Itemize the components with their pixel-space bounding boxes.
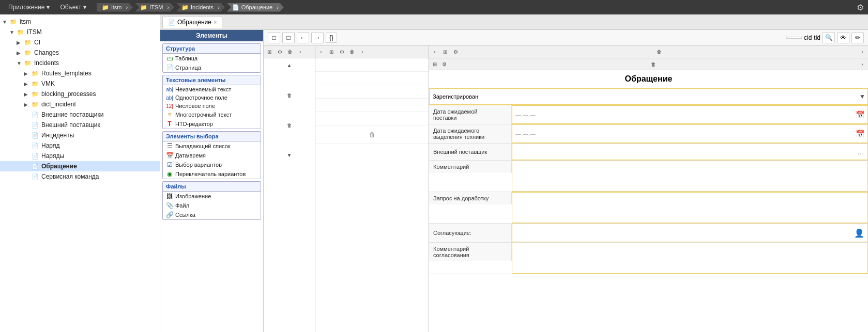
delete-row-icon2[interactable]: 🗑 bbox=[285, 120, 294, 130]
col-arrow-right-icon[interactable]: › bbox=[296, 48, 305, 57]
field-label-request: Запрос на доработку bbox=[429, 192, 512, 204]
sidebar-item-vmk[interactable]: ▶ 📁 VMK bbox=[0, 78, 160, 89]
status-dropdown-arrow[interactable]: ▼ bbox=[859, 93, 865, 100]
elem-item-radio[interactable]: ◉ Переключатель вариантов bbox=[163, 169, 261, 179]
braces-btn[interactable]: {} bbox=[326, 33, 337, 43]
sidebar-item-incidents2[interactable]: ▶ 📄 Инциденты bbox=[0, 130, 160, 140]
edit-btn[interactable]: ✏ bbox=[851, 32, 864, 43]
sidebar-item-CI[interactable]: ▶ 📁 CI bbox=[0, 37, 160, 48]
sidebar-label: VMK bbox=[41, 80, 55, 87]
status-field[interactable]: Зарегистрирован ▼ bbox=[429, 88, 868, 105]
mid-delete-btn[interactable]: 🗑 bbox=[315, 125, 429, 144]
breadcrumb-itsm[interactable]: 📁 itsm › bbox=[97, 3, 133, 12]
field-value-supplier[interactable]: … bbox=[512, 144, 868, 160]
col-right-arrow-right[interactable]: › bbox=[858, 48, 867, 57]
elem-item-page[interactable]: 📄 Страница bbox=[163, 63, 261, 72]
sidebar-label: dict_incident bbox=[41, 101, 76, 108]
square-btn-1[interactable]: □ bbox=[268, 32, 280, 43]
col-mid-delete[interactable]: 🗑 bbox=[347, 48, 357, 57]
elem-item-htd[interactable]: T НТD-редактор bbox=[163, 119, 261, 129]
breadcrumb-obrashenie[interactable]: 📄 Обращение › bbox=[227, 3, 284, 12]
col-right-delete[interactable]: 🗑 bbox=[654, 48, 664, 57]
search-btn[interactable]: 🔍 bbox=[823, 32, 835, 43]
tab-obr[interactable]: 📄 Обращение × bbox=[162, 16, 222, 28]
sidebar-item-blocking[interactable]: ▶ 📁 blocking_processes bbox=[0, 89, 160, 99]
col-right-arrow-left[interactable]: ‹ bbox=[430, 48, 439, 57]
breadcrumb-incidents[interactable]: 📁 Incidents › bbox=[176, 3, 225, 12]
gear-icon[interactable]: ⚙ bbox=[857, 3, 864, 12]
sidebar-item-narad[interactable]: ▶ 📄 Наряд bbox=[0, 140, 160, 151]
eye-btn[interactable]: 👁 bbox=[837, 32, 849, 43]
col-mid-scroll[interactable]: 🗑 bbox=[315, 58, 429, 332]
field-value-approval-comment[interactable] bbox=[512, 243, 868, 274]
sidebar-label: Внешний поставщик bbox=[41, 121, 100, 129]
elem-item-datetime[interactable]: 📅 Дата/время bbox=[163, 151, 261, 160]
breadcrumb-ITSM[interactable]: 📁 ITSM › bbox=[135, 3, 174, 12]
mid-cell-5 bbox=[315, 112, 429, 125]
elem-item-dropdown[interactable]: ☰ Выпадающий список bbox=[163, 141, 261, 151]
sidebar-item-itsm-root[interactable]: ▼ 📁 itsm bbox=[0, 17, 160, 27]
elem-item-link[interactable]: 🔗 Ссылка bbox=[163, 210, 261, 219]
col-mid-settings[interactable]: ⚙ bbox=[337, 48, 346, 57]
datetime-icon: 📅 bbox=[166, 152, 173, 159]
sidebar-item-changes[interactable]: ▶ 📁 Changes bbox=[0, 48, 160, 58]
scroll-up-icon[interactable]: ▲ bbox=[285, 60, 294, 70]
col-right-settings[interactable]: ⚙ bbox=[451, 48, 460, 57]
dots-btn[interactable]: … bbox=[857, 148, 864, 156]
elem-item-image[interactable]: 🖼 Изображение bbox=[163, 192, 261, 201]
sidebar-item-dict[interactable]: ▶ 📁 dict_incident bbox=[0, 99, 160, 109]
sidebar-item-obr[interactable]: ▶ 📄 Обращение bbox=[0, 161, 160, 171]
sidebar-item-serv[interactable]: ▶ 📄 Сервисная команда bbox=[0, 171, 160, 182]
obj-menu[interactable]: Объект ▾ bbox=[56, 3, 90, 12]
col-settings-icon[interactable]: ⚙ bbox=[275, 48, 284, 57]
field-value-date1[interactable]: —.—.— 📅 bbox=[512, 105, 868, 124]
approval-comment-textarea[interactable] bbox=[514, 245, 865, 271]
arrow-left-btn[interactable]: ← bbox=[297, 32, 309, 43]
person-icon[interactable]: 👤 bbox=[854, 228, 864, 238]
tab-close-button[interactable]: × bbox=[214, 19, 217, 25]
square-btn-2[interactable]: □ bbox=[282, 32, 295, 43]
elem-item-table[interactable]: 🗃 Таблица bbox=[163, 54, 261, 63]
sidebar-item-incidents[interactable]: ▼ 📁 Incidents bbox=[0, 58, 160, 68]
sidebar-label: Наряд bbox=[41, 142, 59, 149]
col-mid-expand[interactable]: ⊞ bbox=[327, 48, 336, 57]
col-left-scroll[interactable]: ▲ 🗑 🗑 ▼ bbox=[264, 58, 315, 332]
scroll-down-icon[interactable]: ▼ bbox=[285, 150, 294, 160]
col-expand-icon[interactable]: ⊞ bbox=[265, 48, 274, 57]
col-right-expand[interactable]: ⊞ bbox=[440, 48, 450, 57]
field-value-comment[interactable] bbox=[512, 161, 868, 192]
single-line-icon: ab| bbox=[166, 95, 173, 101]
request-textarea[interactable] bbox=[514, 195, 865, 220]
col-mid-arrow-left[interactable]: ‹ bbox=[316, 48, 326, 57]
col-right-delete2[interactable]: 🗑 bbox=[649, 59, 658, 69]
field-value-approvers[interactable]: 👤 bbox=[512, 224, 868, 242]
field-value-date2[interactable]: —.—.— 📅 bbox=[512, 124, 868, 143]
elem-item-file[interactable]: 📎 Файл bbox=[163, 201, 261, 210]
sidebar-item-ITSM[interactable]: ▼ 📁 ITSM bbox=[0, 27, 160, 37]
col-right-arrow3[interactable]: › bbox=[858, 59, 867, 69]
app-menu[interactable]: Приложение ▾ bbox=[4, 3, 54, 12]
sidebar-item-vn-pov[interactable]: ▶ 📄 Внешний поставщик bbox=[0, 120, 160, 130]
elem-item-checkbox[interactable]: ☑ Выбор вариантов bbox=[163, 160, 261, 169]
tree-arrow-icon: ▶ bbox=[24, 81, 31, 87]
col-right-settings2[interactable]: ⚙ bbox=[439, 59, 449, 69]
calendar-icon-2[interactable]: 📅 bbox=[856, 130, 864, 138]
delete-row-icon[interactable]: 🗑 bbox=[285, 90, 294, 100]
calendar-icon-1[interactable]: 📅 bbox=[856, 110, 864, 119]
arrow-right-btn[interactable]: → bbox=[311, 32, 324, 43]
col-delete-icon[interactable]: 🗑 bbox=[285, 48, 295, 57]
col-mid-arrow-right[interactable]: › bbox=[358, 48, 367, 57]
col-right-expand2[interactable]: ⊞ bbox=[430, 59, 439, 69]
field-value-request[interactable] bbox=[512, 192, 868, 223]
field-row-supplier: Внешний поставщик … bbox=[429, 144, 868, 161]
sidebar-item-narady[interactable]: ▶ 📄 Наряды bbox=[0, 151, 160, 161]
comment-textarea[interactable] bbox=[514, 163, 865, 189]
sidebar-item-vn-prov[interactable]: ▶ 📄 Внешние поставщики bbox=[0, 109, 160, 120]
elem-item-single-line[interactable]: ab| Однострочное поле bbox=[163, 93, 261, 102]
elem-item-number[interactable]: 12| Числовое поле bbox=[163, 102, 261, 110]
elem-item-static-text[interactable]: ab| Неизменяемый текст bbox=[163, 85, 261, 93]
elem-group-title-text: Текстовые элементы bbox=[163, 75, 261, 85]
folder-icon: 📁 bbox=[31, 80, 39, 88]
elem-item-multiline[interactable]: ≡ Многострочный текст bbox=[163, 110, 261, 119]
sidebar-item-routes[interactable]: ▶ 📁 Routes_templates bbox=[0, 68, 160, 78]
